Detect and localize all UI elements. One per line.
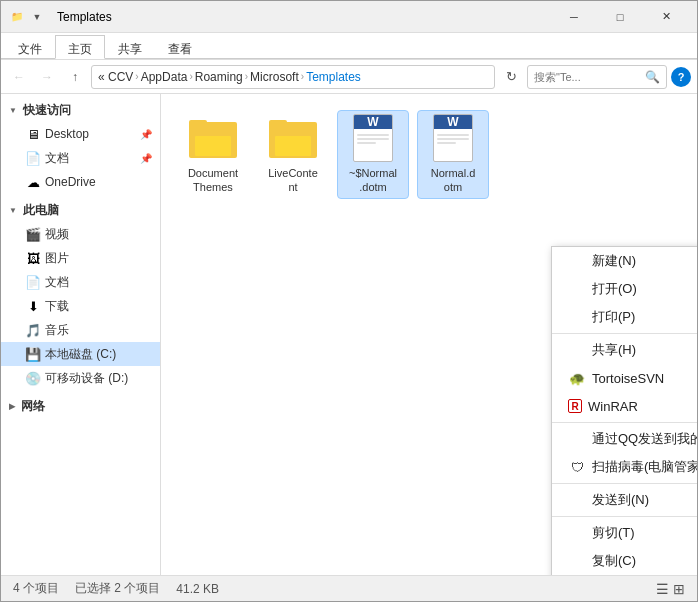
address-path[interactable]: « CCV › AppData › Roaming › Microsoft › … — [91, 65, 495, 89]
list-view-button[interactable]: ☰ — [656, 581, 669, 597]
word-banner-1: W — [354, 115, 392, 129]
title-bar: 📁 ▼ Templates ─ □ ✕ — [1, 1, 697, 33]
file-item-normal-temp[interactable]: W ~$Normal.dotm — [337, 110, 409, 199]
status-selected: 已选择 2 个项目 — [75, 580, 160, 597]
ctx-print[interactable]: 打印(P) — [552, 303, 697, 331]
tab-share[interactable]: 共享 — [105, 35, 155, 58]
ctx-copy[interactable]: 复制(C) — [552, 547, 697, 575]
documents-icon-1: 📄 — [25, 150, 41, 166]
path-segment-5: Templates — [306, 70, 361, 84]
explorer-window: 📁 ▼ Templates ─ □ ✕ 文件 主页 共享 查看 ← → ↑ « … — [0, 0, 698, 602]
ctx-send-qq[interactable]: 通过QQ发送到我的手机 — [552, 425, 697, 453]
tab-view[interactable]: 查看 — [155, 35, 205, 58]
c-drive-icon: 💾 — [25, 346, 41, 362]
ribbon: 文件 主页 共享 查看 — [1, 33, 697, 60]
sidebar-section-this-pc: ▼ 此电脑 — [1, 198, 160, 222]
up-button[interactable]: ↑ — [63, 65, 87, 89]
ctx-share[interactable]: 共享(H) › — [552, 336, 697, 364]
sidebar-item-downloads[interactable]: ⬇ 下载 — [1, 294, 160, 318]
sidebar-item-music[interactable]: 🎵 音乐 — [1, 318, 160, 342]
folder-inner-2 — [275, 136, 311, 156]
folder-inner-1 — [195, 136, 231, 156]
ctx-sep-4 — [552, 516, 697, 517]
word-icon-wrapper-1: W — [349, 114, 397, 162]
sidebar-item-pictures[interactable]: 🖼 图片 — [1, 246, 160, 270]
folder-icon-wrapper-1 — [189, 114, 237, 162]
music-icon: 🎵 — [25, 322, 41, 338]
sidebar-item-d-drive[interactable]: 💿 可移动设备 (D:) — [1, 366, 160, 390]
path-segment-1: « CCV — [98, 70, 133, 84]
ctx-new-icon — [568, 252, 586, 270]
address-bar: ← → ↑ « CCV › AppData › Roaming › Micros… — [1, 60, 697, 94]
search-icon: 🔍 — [645, 70, 660, 84]
sidebar-section-quick-access: ▼ 快速访问 — [1, 98, 160, 122]
pin-icon-2: 📌 — [140, 153, 152, 164]
ctx-share-icon — [568, 341, 586, 359]
sidebar-item-documents-1[interactable]: 📄 文档 📌 — [1, 146, 160, 170]
refresh-button[interactable]: ↻ — [499, 65, 523, 89]
search-input[interactable] — [534, 71, 641, 83]
ctx-open-icon — [568, 280, 586, 298]
ctx-new[interactable]: 新建(N) › — [552, 247, 697, 275]
sidebar-section-network: ▶ 网络 — [1, 394, 160, 418]
ctx-send-to[interactable]: 发送到(N) › — [552, 486, 697, 514]
file-item-livecontent[interactable]: LiveContent — [257, 110, 329, 199]
minimize-button[interactable]: ─ — [551, 1, 597, 33]
ctx-sep-1 — [552, 333, 697, 334]
file-label-2: LiveContent — [268, 166, 318, 195]
sidebar-item-documents-2[interactable]: 📄 文档 — [1, 270, 160, 294]
tab-file[interactable]: 文件 — [5, 35, 55, 58]
ctx-sendto-icon — [568, 491, 586, 509]
ctx-scan-virus[interactable]: 🛡 扫描病毒(电脑管家) — [552, 453, 697, 481]
ribbon-tabs: 文件 主页 共享 查看 — [1, 33, 697, 59]
path-segment-2: AppData — [141, 70, 188, 84]
title-bar-controls: ─ □ ✕ — [551, 1, 689, 33]
file-item-document-themes[interactable]: DocumentThemes — [177, 110, 249, 199]
title-bar-icons: 📁 ▼ — [9, 9, 45, 25]
pin-icon: 📌 — [140, 129, 152, 140]
d-drive-icon: 💿 — [25, 370, 41, 386]
tab-home[interactable]: 主页 — [55, 35, 105, 59]
status-size: 41.2 KB — [176, 582, 219, 596]
ctx-sep-2 — [552, 422, 697, 423]
ctx-winrar[interactable]: R WinRAR › — [552, 392, 697, 420]
sidebar-item-desktop[interactable]: 🖥 Desktop 📌 — [1, 122, 160, 146]
ctx-tortoisesvn-icon: 🐢 — [568, 369, 586, 387]
grid-view-button[interactable]: ⊞ — [673, 581, 685, 597]
onedrive-icon: ☁ — [25, 174, 41, 190]
maximize-button[interactable]: □ — [597, 1, 643, 33]
path-segment-3: Roaming — [195, 70, 243, 84]
ctx-qq-icon — [568, 430, 586, 448]
word-banner-2: W — [434, 115, 472, 129]
folder-icon-wrapper-2 — [269, 114, 317, 162]
main-area: ▼ 快速访问 🖥 Desktop 📌 📄 文档 📌 ☁ OneDrive ▼ 此… — [1, 94, 697, 575]
search-box[interactable]: 🔍 — [527, 65, 667, 89]
downloads-icon: ⬇ — [25, 298, 41, 314]
ctx-virus-icon: 🛡 — [568, 458, 586, 476]
quick-access-icon: ▼ — [29, 9, 45, 25]
close-button[interactable]: ✕ — [643, 1, 689, 33]
word-icon-wrapper-2: W — [429, 114, 477, 162]
forward-button[interactable]: → — [35, 65, 59, 89]
context-menu: 新建(N) › 打开(O) 打印(P) — [551, 246, 697, 575]
video-icon: 🎬 — [25, 226, 41, 242]
ctx-tortoisesvn[interactable]: 🐢 TortoiseSVN › — [552, 364, 697, 392]
status-count: 4 个项目 — [13, 580, 59, 597]
help-button[interactable]: ? — [671, 67, 691, 87]
file-item-normal-dotm[interactable]: W Normal.dotm — [417, 110, 489, 199]
file-label-3: ~$Normal.dotm — [349, 166, 397, 195]
ctx-cut-icon — [568, 524, 586, 542]
file-area: DocumentThemes LiveContent — [161, 94, 697, 575]
window-title: Templates — [53, 10, 551, 24]
back-button[interactable]: ← — [7, 65, 31, 89]
ctx-print-icon — [568, 308, 586, 326]
ctx-cut[interactable]: 剪切(T) — [552, 519, 697, 547]
ctx-open[interactable]: 打开(O) — [552, 275, 697, 303]
sidebar-item-onedrive[interactable]: ☁ OneDrive — [1, 170, 160, 194]
sidebar-item-video[interactable]: 🎬 视频 — [1, 222, 160, 246]
pictures-icon: 🖼 — [25, 250, 41, 266]
sidebar-item-c-drive[interactable]: 💾 本地磁盘 (C:) — [1, 342, 160, 366]
file-label-1: DocumentThemes — [188, 166, 238, 195]
ctx-sep-3 — [552, 483, 697, 484]
status-bar: 4 个项目 已选择 2 个项目 41.2 KB ☰ ⊞ — [1, 575, 697, 601]
